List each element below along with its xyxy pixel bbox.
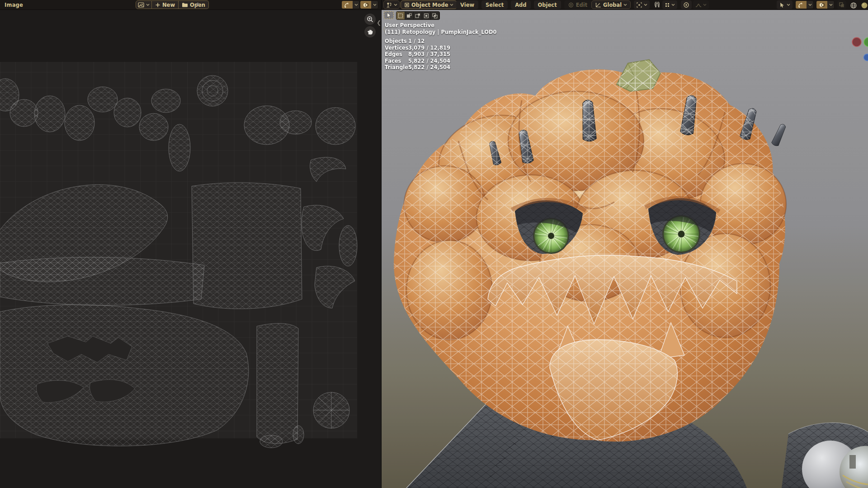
xray-icon — [839, 2, 845, 8]
add-menu[interactable]: Add — [511, 0, 530, 9]
chevron-down-icon — [807, 1, 813, 9]
overlays-icon — [360, 1, 371, 9]
context-path-label: (111) Retopology | PumpkinJack_LOD0 — [385, 29, 497, 35]
chevron-down-icon — [353, 1, 359, 9]
falloff-curve-dropdown — [693, 0, 709, 9]
select-mode-invert[interactable] — [422, 12, 431, 19]
chevron-down-icon — [644, 4, 647, 6]
uv-overlays-toggle[interactable] — [360, 0, 378, 9]
orientation-label: Global — [603, 2, 622, 8]
chevron-down-icon — [671, 4, 675, 6]
visibility-icon — [779, 2, 785, 8]
stat-vertices: Vertices3,079 / 12,819 — [385, 45, 450, 52]
viewport-header: Object Mode View Select Add Object Edit — [382, 0, 868, 10]
chevron-down-icon — [827, 1, 834, 9]
stat-faces: Faces5,822 / 24,504 — [385, 58, 450, 65]
mode-selector[interactable]: Object Mode — [401, 0, 457, 9]
select-mode-subtract[interactable] — [414, 12, 422, 19]
image-selector-icon — [138, 2, 144, 8]
pivot-point-dropdown[interactable] — [634, 0, 650, 9]
pan-icon — [367, 28, 373, 35]
gizmo-icon — [796, 1, 807, 9]
uv-image-editor-canvas[interactable]: ❮ — [0, 10, 381, 488]
plus-icon — [155, 2, 160, 8]
overlays-icon — [816, 1, 827, 9]
chevron-down-icon — [623, 4, 627, 6]
edit-menu-disabled: Edit — [564, 0, 592, 9]
stat-objects: Objects1 / 12 — [385, 38, 450, 45]
new-image-button[interactable]: New — [152, 0, 179, 9]
select-mode-group — [396, 11, 440, 20]
object-mode-icon — [404, 2, 410, 8]
image-selector-button[interactable] — [136, 0, 152, 9]
mode-selector-label: Object Mode — [411, 2, 448, 8]
chevron-down-icon — [394, 4, 397, 6]
tool-settings-row — [384, 11, 440, 20]
viewport-scene — [382, 10, 868, 488]
chevron-down-icon — [371, 1, 378, 9]
blender-window: Image New Open — [0, 0, 868, 488]
uv-gizmos-toggle[interactable] — [341, 0, 360, 9]
zoom-icon — [367, 16, 373, 23]
gizmo-icon — [342, 1, 353, 9]
pin-icon[interactable] — [193, 1, 201, 9]
wireframe-shading-button[interactable] — [850, 2, 857, 9]
viewport-canvas[interactable]: ❮ User Perspective (111) Retopology | Pu… — [382, 10, 868, 488]
show-gizmos-toggle[interactable] — [795, 0, 814, 9]
select-mode-extend[interactable] — [405, 12, 414, 19]
editor-type-button[interactable] — [383, 0, 400, 9]
stat-edges: Edges8,903 / 37,315 — [385, 51, 450, 58]
chevron-down-icon — [450, 4, 453, 6]
snap-target-dropdown[interactable] — [662, 0, 677, 9]
uv-sidebar-toggle-arrow[interactable]: ❮ — [377, 20, 381, 25]
select-mode-new[interactable] — [396, 12, 405, 19]
pan-gizmo[interactable] — [364, 26, 376, 38]
axis-ball-x[interactable] — [852, 38, 861, 47]
view-name-label: User Perspective — [385, 22, 434, 28]
stat-triangles: Triangles5,822 / 24,504 — [385, 64, 450, 71]
falloff-curve-icon — [695, 2, 702, 8]
show-overlays-toggle[interactable] — [816, 0, 835, 9]
xray-toggle[interactable] — [837, 0, 846, 9]
select-menu[interactable]: Select — [481, 0, 508, 9]
editor-type-icon — [386, 2, 392, 8]
snap-magnet-icon[interactable] — [654, 2, 660, 9]
folder-icon — [182, 2, 188, 8]
proportional-edit-toggle[interactable] — [681, 0, 692, 9]
view-menu[interactable]: View — [456, 0, 478, 9]
statistics-overlay: Objects1 / 12 Vertices3,079 / 12,819 Edg… — [385, 38, 450, 71]
active-tool-select-box[interactable] — [384, 11, 394, 19]
zoom-gizmo[interactable] — [364, 14, 376, 25]
chevron-down-icon — [787, 4, 790, 6]
uv-layout — [0, 10, 381, 488]
pivot-icon — [636, 2, 642, 8]
editor-divider[interactable] — [381, 0, 382, 488]
image-editor-header: Image New Open — [0, 0, 381, 10]
uv-disc-spokes — [313, 392, 349, 428]
object-visibility-dropdown[interactable] — [777, 0, 793, 9]
reference-spheres — [802, 441, 868, 488]
image-menu[interactable]: Image — [5, 2, 23, 8]
orientation-icon — [595, 2, 601, 8]
select-mode-intersect[interactable] — [431, 12, 439, 19]
object-menu[interactable]: Object — [534, 0, 561, 9]
proportional-edit-icon — [683, 2, 689, 8]
edit-menu-icon — [568, 2, 574, 8]
new-image-label: New — [162, 2, 175, 8]
axis-ball-z[interactable] — [864, 54, 868, 61]
cursor-icon — [387, 12, 392, 18]
solid-shading-button[interactable] — [861, 2, 868, 9]
orientation-selector[interactable]: Global — [591, 0, 631, 9]
chevron-down-icon — [146, 4, 150, 6]
snap-target-icon — [665, 2, 670, 8]
